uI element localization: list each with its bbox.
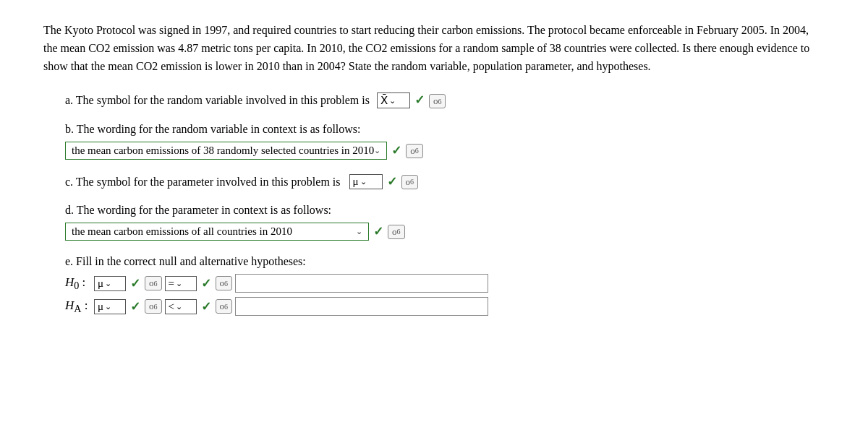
key-btn-h0-1[interactable]: o6 (145, 276, 162, 290)
key-btn-ha-2[interactable]: o6 (216, 299, 233, 314)
checkmark-h0-2: ✓ (201, 276, 211, 291)
chevron-down-icon-c: ⌄ (360, 177, 367, 186)
section-e: e. Fill in the correct null and alternat… (43, 255, 825, 316)
key-btn-c[interactable]: o6 (401, 175, 419, 189)
checkmark-b: ✓ (391, 143, 401, 158)
chevron-icon-h0-2: ⌄ (176, 279, 182, 288)
h0-input[interactable] (235, 274, 488, 293)
ha-input[interactable] (235, 297, 488, 316)
chevron-down-icon-d: ⌄ (356, 227, 362, 236)
section-b-dropdown[interactable]: the mean carbon emissions of 38 randomly… (65, 142, 387, 160)
section-d: d. The wording for the parameter in cont… (43, 204, 825, 241)
intro-paragraph: The Kyoto Protocol was signed in 1997, a… (43, 22, 825, 75)
ha-dropdown2[interactable]: < ⌄ (165, 299, 197, 314)
chevron-down-icon: ⌄ (389, 96, 396, 105)
checkmark-ha-2: ✓ (201, 299, 211, 314)
key-btn-a[interactable]: o6 (429, 94, 446, 108)
section-a: a. The symbol for the random variable in… (43, 92, 825, 108)
key-btn-ha-1[interactable]: o6 (145, 299, 162, 314)
section-d-dropdown[interactable]: the mean carbon emissions of all countri… (65, 223, 369, 241)
checkmark-c: ✓ (387, 174, 397, 189)
section-c-dropdown[interactable]: μ ⌄ (349, 174, 383, 189)
ha-row: HA : μ ⌄ ✓ o6 < ⌄ ✓ o6 (65, 297, 825, 316)
section-c: c. The symbol for the parameter involved… (43, 174, 825, 189)
ha-label: HA : (65, 298, 91, 315)
chevron-icon-ha-1: ⌄ (105, 302, 111, 311)
section-c-label: c. The symbol for the parameter involved… (65, 174, 825, 189)
section-d-label: d. The wording for the parameter in cont… (65, 204, 825, 217)
section-b: b. The wording for the random variable i… (43, 123, 825, 160)
key-btn-b[interactable]: o6 (406, 144, 423, 158)
checkmark-a: ✓ (414, 93, 425, 107)
chevron-icon-h0-1: ⌄ (105, 279, 111, 288)
section-b-label: b. The wording for the random variable i… (65, 123, 825, 136)
checkmark-h0-1: ✓ (130, 276, 140, 291)
h0-dropdown2[interactable]: = ⌄ (165, 276, 197, 291)
ha-dropdown1[interactable]: μ ⌄ (94, 299, 126, 314)
chevron-icon-ha-2: ⌄ (176, 302, 182, 311)
h0-label: H0 : (65, 275, 91, 292)
checkmark-d: ✓ (373, 224, 383, 239)
key-btn-d[interactable]: o6 (388, 225, 405, 239)
chevron-down-icon-b: ⌄ (374, 146, 380, 155)
key-btn-h0-2[interactable]: o6 (216, 276, 233, 290)
section-e-label: e. Fill in the correct null and alternat… (65, 255, 825, 268)
checkmark-ha-1: ✓ (130, 299, 140, 314)
h0-row: H0 : μ ⌄ ✓ o6 = ⌄ ✓ o6 (65, 274, 825, 293)
section-a-dropdown[interactable]: X̄ ⌄ (377, 92, 410, 108)
section-a-label: a. The symbol for the random variable in… (65, 92, 825, 108)
h0-dropdown1[interactable]: μ ⌄ (94, 276, 126, 291)
